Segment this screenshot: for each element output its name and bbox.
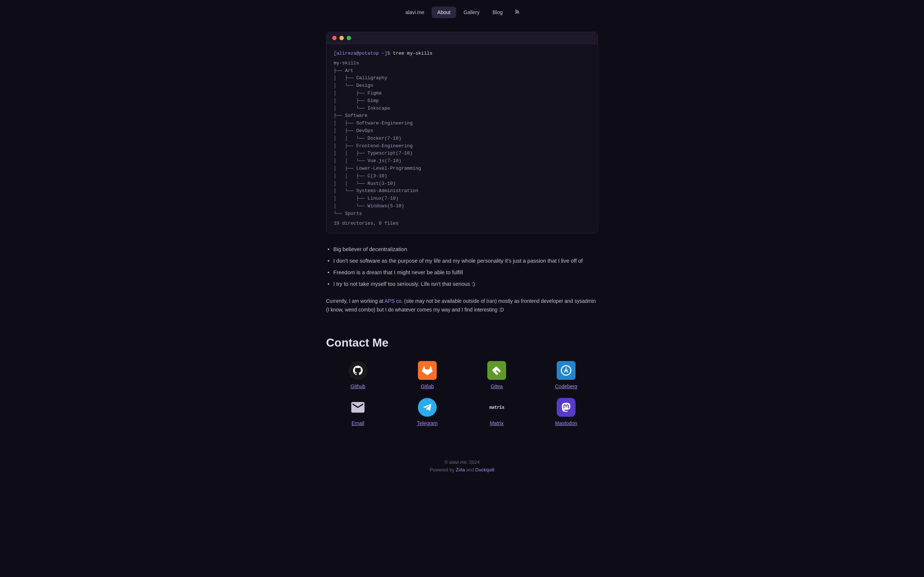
matrix-icon: matrix — [487, 398, 506, 417]
nav-blog[interactable]: Blog — [487, 6, 509, 18]
gitea-label: Gitea — [490, 384, 503, 389]
terminal-titlebar — [326, 32, 598, 44]
terminal-stat: 19 directories, 0 files — [334, 220, 590, 227]
about-text-prefix: Currently, I am working at — [326, 298, 385, 304]
navbar: alavi.me About Gallery Blog — [0, 0, 924, 24]
telegram-icon — [418, 398, 437, 417]
mastodon-label: Mastodon — [555, 421, 577, 426]
mastodon-link[interactable]: Mastodon — [534, 398, 598, 426]
github-label: Github — [350, 384, 365, 389]
mastodon-icon — [557, 398, 575, 417]
zola-link[interactable]: Zola — [456, 467, 465, 472]
gitea-link[interactable]: Gitea — [465, 361, 529, 389]
gitlab-link[interactable]: Gitlab — [395, 361, 459, 389]
footer-copyright: © alavi.me, 2024 — [0, 459, 924, 465]
main-content: [alireza@potatop ~]$ tree my-skills my-s… — [317, 24, 607, 448]
email-link[interactable]: Email — [326, 398, 390, 426]
github-icon — [349, 361, 367, 380]
gitlab-icon — [418, 361, 437, 380]
and-separator: and — [465, 467, 476, 472]
email-label: Email — [351, 421, 364, 426]
codeberg-label: Codeberg — [555, 384, 577, 389]
telegram-label: Telegram — [417, 421, 438, 426]
about-paragraph: Currently, I am working at APS co. (site… — [326, 297, 598, 314]
contact-section: Contact Me Github Gitlab — [326, 336, 598, 426]
contact-grid: Github Gitlab Gitea — [326, 361, 598, 426]
telegram-link[interactable]: Telegram — [395, 398, 459, 426]
nav-alavi-me[interactable]: alavi.me — [400, 6, 430, 18]
codeberg-icon — [557, 361, 575, 380]
matrix-link[interactable]: matrix Matrix — [465, 398, 529, 426]
matrix-label: Matrix — [490, 421, 504, 426]
bullet-4: I try to not take myself too seriously. … — [326, 280, 598, 288]
email-icon — [349, 398, 367, 417]
terminal-command: tree my-skills — [393, 51, 432, 56]
gitlab-label: Gitlab — [421, 384, 434, 389]
footer-powered: Powered by Zola and Duckquill — [0, 467, 924, 472]
footer: © alavi.me, 2024 Powered by Zola and Duc… — [0, 448, 924, 481]
terminal-body: [alireza@potatop ~]$ tree my-skills my-s… — [326, 44, 598, 233]
terminal-prompt: [alireza@potatop ~]$ tree my-skills — [334, 50, 590, 58]
dot-close — [332, 36, 337, 40]
bullet-1: Big believer of decentralization — [326, 245, 598, 254]
bullet-2: I don't see software as the purpose of m… — [326, 256, 598, 265]
terminal-box: [alireza@potatop ~]$ tree my-skills my-s… — [326, 32, 598, 233]
codeberg-link[interactable]: Codeberg — [534, 361, 598, 389]
about-link-note: (site may not be available outside of Ir… — [403, 298, 497, 304]
gitea-icon — [487, 361, 506, 380]
terminal-tree-output: my-skills├── Art│ ├── Calligraphy│ └── D… — [334, 60, 590, 218]
bullet-3: Freedom is a dream that I might never be… — [326, 268, 598, 277]
github-link[interactable]: Github — [326, 361, 390, 389]
terminal-user: [alireza@potatop ~]$ — [334, 51, 390, 56]
dot-maximize — [347, 36, 351, 40]
dot-minimize — [339, 36, 344, 40]
nav-rss[interactable] — [510, 6, 524, 19]
nav-gallery[interactable]: Gallery — [458, 6, 485, 18]
powered-by-label: Powered by — [429, 467, 455, 472]
about-bullets-list: Big believer of decentralization I don't… — [326, 245, 598, 288]
duckquill-link[interactable]: Duckquill — [476, 467, 495, 472]
nav-about[interactable]: About — [432, 6, 456, 18]
contact-title: Contact Me — [326, 336, 598, 350]
aps-co-link[interactable]: APS co. — [385, 298, 403, 304]
